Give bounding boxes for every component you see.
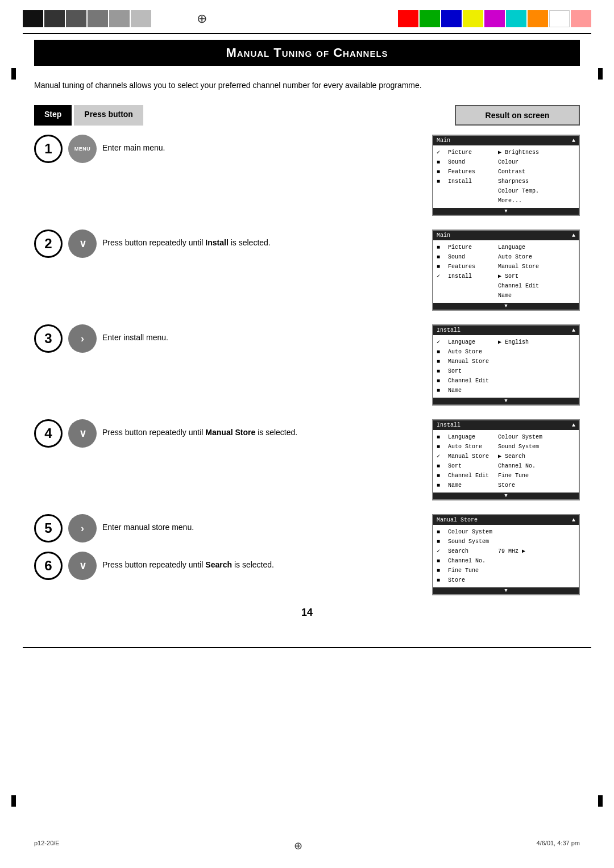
screen-title-3: Install [437, 327, 460, 333]
page-title-bar: Manual Tuning of Channels [34, 40, 580, 66]
screen-bottom-bar-56: ▼ [433, 587, 579, 594]
screen-row-1-4: Colour Temp. [437, 186, 575, 196]
screen-row-4-2: ✓ Manual Store ▶ Search [437, 452, 575, 461]
step-num-label-4: 4 [44, 425, 52, 441]
col2-4-4: Fine Tune [498, 471, 529, 481]
color-block-2 [44, 10, 65, 27]
marker-3-1: ■ [437, 347, 443, 357]
step-desc-bold-2: Install [205, 238, 228, 247]
col1-56-1: Sound System [448, 537, 493, 546]
screen-row-1-0: ✓ Picture ▶ Brightness [437, 148, 575, 157]
step-description-2: Press button repeatedly until Install is… [102, 229, 271, 249]
color-block-1 [23, 10, 43, 27]
marker-1-3: ■ [437, 177, 443, 186]
header-step: Step [34, 105, 72, 126]
screen-row-4-1: ■ Auto Store Sound System [437, 442, 575, 452]
step-row-2: 2 ∨ Press button repeatedly until Instal… [34, 229, 580, 311]
marker-1-4 [437, 186, 443, 196]
menu-button-icon[interactable]: MENU [68, 135, 97, 163]
step-description-6: Press button repeatedly until Search is … [102, 552, 274, 571]
step-row-1: 1 MENU Enter main menu. Main ▲ ✓ Pictur [34, 135, 580, 216]
screen-row-56-3: ■ Channel No. [437, 556, 575, 566]
screen-row-4-4: ■ Channel Edit Fine Tune [437, 471, 575, 481]
marker-3-4: ■ [437, 376, 443, 386]
step-desc-text-5: Enter manual store menu. [102, 523, 194, 532]
col1-3-3: Sort [448, 366, 493, 376]
col1-1-2: Features [448, 167, 493, 177]
screen-row-2-0: ■ Picture Language [437, 243, 575, 252]
chevron-down-label-2: ∨ [79, 237, 86, 250]
step-row-56: 5 › Enter manual store menu. 6 ∨ [34, 514, 580, 595]
col1-3-2: Manual Store [448, 357, 493, 366]
step-num-label-3: 3 [44, 331, 52, 347]
color-block-w [549, 10, 570, 27]
step-num-label-2: 2 [44, 236, 52, 252]
screen-row-2-4: Channel Edit [437, 281, 575, 291]
color-block-y [463, 10, 483, 27]
intro-text: Manual tuning of channels allows you to … [34, 80, 580, 91]
screen-row-56-0: ■ Colour System [437, 527, 575, 537]
color-block-b [441, 10, 462, 27]
marker-1-1: ■ [437, 157, 443, 167]
screen-title-bar-1: Main ▲ [433, 136, 579, 145]
screen-row-2-3: ✓ Install ▶ Sort [437, 272, 575, 281]
col2-3-0: ▶ English [498, 337, 529, 347]
screen-title-bar-3: Install ▲ [433, 326, 579, 335]
screen-title-arrow-2: ▲ [572, 232, 575, 239]
screen-row-1-2: ■ Features Contrast [437, 167, 575, 177]
chevron-down-label-4: ∨ [79, 427, 86, 440]
screen-result-56: Manual Store ▲ ■ Colour System ■ Sound S… [432, 514, 580, 595]
col1-2-4 [448, 281, 493, 291]
screen-body-3: ✓ Language ▶ English ■ Auto Store ■ Manu… [433, 335, 579, 398]
arrow-right-label-3: › [81, 333, 84, 345]
screen-result-1: Main ▲ ✓ Picture ▶ Brightness ■ Sound Co… [432, 135, 580, 216]
col1-1-1: Sound [448, 157, 493, 167]
screen-title-4: Install [437, 422, 460, 428]
col2-1-0: ▶ Brightness [498, 148, 539, 157]
marker-2-0: ■ [437, 243, 443, 252]
page-number: 14 [34, 607, 580, 619]
screen-row-1-1: ■ Sound Colour [437, 157, 575, 167]
step-sub-row-5: 5 › Enter manual store menu. [34, 514, 352, 542]
col1-3-5: Name [448, 386, 493, 395]
screen-bottom-bar-4: ▼ [433, 493, 579, 499]
col2-2-2: Manual Store [498, 262, 539, 272]
marker-56-4: ■ [437, 566, 443, 575]
col2-4-5: Store [498, 481, 515, 490]
marker-1-2: ■ [437, 167, 443, 177]
step-desc-after-2: is selected. [229, 238, 271, 247]
step-left-2: 2 ∨ Press button repeatedly until Instal… [34, 229, 352, 258]
step-desc-after-4: is selected. [255, 428, 297, 437]
col1-4-0: Language [448, 432, 493, 442]
chevron-down-button-4[interactable]: ∨ [68, 419, 97, 448]
marker-3-3: ■ [437, 366, 443, 376]
step-num-label-6: 6 [44, 558, 52, 574]
footer-crosshair: ⊕ [294, 840, 302, 852]
marker-2-2: ■ [437, 262, 443, 272]
chevron-down-label-6: ∨ [79, 560, 86, 572]
step-num-label-1: 1 [44, 141, 52, 157]
step-number-2: 2 [34, 229, 63, 258]
col2-4-3: Channel No. [498, 461, 536, 471]
marker-4-4: ■ [437, 471, 443, 481]
step-num-label-5: 5 [44, 520, 52, 536]
chevron-down-button-6[interactable]: ∨ [68, 552, 97, 580]
col2-2-4: Channel Edit [498, 281, 539, 291]
marker-2-1: ■ [437, 252, 443, 262]
marker-3-0: ✓ [437, 337, 443, 347]
col1-4-5: Name [448, 481, 493, 490]
screen-row-1-3: ■ Install Sharpness [437, 177, 575, 186]
marker-56-5: ■ [437, 575, 443, 585]
col2-1-3: Sharpness [498, 177, 529, 186]
arrow-right-button-5[interactable]: › [68, 514, 97, 542]
col1-1-5 [448, 196, 493, 206]
col1-3-0: Language [448, 337, 493, 347]
col1-4-2: Manual Store [448, 452, 493, 461]
step-left-56: 5 › Enter manual store menu. 6 ∨ [34, 514, 352, 580]
arrow-right-button-3[interactable]: › [68, 324, 97, 353]
col1-3-4: Channel Edit [448, 376, 493, 386]
screen-row-4-3: ■ Sort Channel No. [437, 461, 575, 471]
screen-result-2: Main ▲ ■ Picture Language ■ Sound Auto S… [432, 229, 580, 311]
col1-2-3: Install [448, 272, 493, 281]
chevron-down-button-2[interactable]: ∨ [68, 229, 97, 258]
